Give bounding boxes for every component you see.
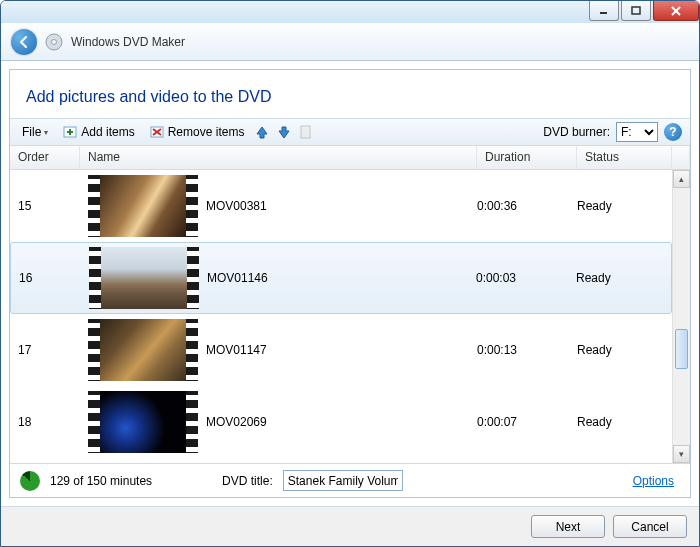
add-items-label: Add items <box>81 125 134 139</box>
window-titlebar <box>1 1 699 23</box>
page-heading: Add pictures and video to the DVD <box>10 70 690 118</box>
scroll-down-button[interactable]: ▾ <box>673 445 690 463</box>
add-icon <box>62 124 78 140</box>
remove-icon <box>149 124 165 140</box>
header-name[interactable]: Name <box>80 146 477 169</box>
cancel-button[interactable]: Cancel <box>613 515 687 538</box>
header-order[interactable]: Order <box>10 146 80 169</box>
list-header: Order Name Duration Status <box>10 146 690 170</box>
header-duration[interactable]: Duration <box>477 146 577 169</box>
burner-select[interactable]: F: <box>616 122 658 142</box>
svg-point-5 <box>52 39 57 44</box>
maximize-button[interactable] <box>621 1 651 21</box>
svg-rect-1 <box>632 7 640 14</box>
item-status: Ready <box>576 271 671 285</box>
file-menu-label: File <box>22 125 41 139</box>
item-duration: 0:00:03 <box>476 271 576 285</box>
next-button[interactable]: Next <box>531 515 605 538</box>
item-duration: 0:00:07 <box>477 415 577 429</box>
move-down-button[interactable] <box>276 124 292 140</box>
item-thumbnail <box>88 319 198 381</box>
list-item[interactable]: 15MOV003810:00:36Ready <box>10 170 672 242</box>
dvd-title-label: DVD title: <box>222 474 273 488</box>
properties-button[interactable] <box>298 124 314 140</box>
item-thumbnail <box>88 391 198 453</box>
scroll-track[interactable] <box>673 188 690 445</box>
list-item[interactable]: 16MOV011460:00:03Ready <box>10 242 672 314</box>
move-up-button[interactable] <box>254 124 270 140</box>
item-order: 15 <box>10 199 80 213</box>
header-scroll-spacer <box>672 146 690 169</box>
file-menu[interactable]: File ▾ <box>18 123 52 141</box>
dvd-title-input[interactable] <box>283 470 403 491</box>
list-item[interactable]: 17MOV011470:00:13Ready <box>10 314 672 386</box>
item-status: Ready <box>577 199 672 213</box>
app-title: Windows DVD Maker <box>71 35 185 49</box>
item-thumbnail <box>88 175 198 237</box>
item-order: 16 <box>11 271 81 285</box>
help-button[interactable]: ? <box>664 123 682 141</box>
content-pane: Add pictures and video to the DVD File ▾… <box>9 69 691 498</box>
item-name: MOV01146 <box>207 271 476 285</box>
svg-rect-12 <box>301 126 310 138</box>
options-link[interactable]: Options <box>633 474 680 488</box>
scroll-up-button[interactable]: ▴ <box>673 170 690 188</box>
minimize-button[interactable] <box>589 1 619 21</box>
burner-label: DVD burner: <box>543 125 610 139</box>
header-status[interactable]: Status <box>577 146 672 169</box>
item-name: MOV02069 <box>206 415 477 429</box>
remove-items-button[interactable]: Remove items <box>145 122 249 142</box>
item-name: MOV01147 <box>206 343 477 357</box>
item-thumbnail <box>89 247 199 309</box>
item-list: 15MOV003810:00:36Ready16MOV011460:00:03R… <box>10 170 690 463</box>
nav-bar: Windows DVD Maker <box>1 23 699 61</box>
dvd-maker-window: Windows DVD Maker Add pictures and video… <box>0 0 700 547</box>
item-status: Ready <box>577 343 672 357</box>
list-item[interactable]: 18MOV020690:00:07Ready <box>10 386 672 458</box>
item-name: MOV00381 <box>206 199 477 213</box>
footer-bar: 129 of 150 minutes DVD title: Options <box>10 463 690 497</box>
scroll-thumb[interactable] <box>675 329 688 369</box>
chevron-down-icon: ▾ <box>44 128 48 137</box>
item-order: 18 <box>10 415 80 429</box>
disc-usage-text: 129 of 150 minutes <box>50 474 152 488</box>
close-button[interactable] <box>653 1 699 21</box>
add-items-button[interactable]: Add items <box>58 122 138 142</box>
vertical-scrollbar[interactable]: ▴ ▾ <box>672 170 690 463</box>
item-duration: 0:00:36 <box>477 199 577 213</box>
remove-items-label: Remove items <box>168 125 245 139</box>
disc-usage-icon <box>20 471 40 491</box>
toolbar: File ▾ Add items Remove items <box>10 118 690 146</box>
app-icon <box>45 33 63 51</box>
item-duration: 0:00:13 <box>477 343 577 357</box>
item-order: 17 <box>10 343 80 357</box>
back-button[interactable] <box>11 29 37 55</box>
item-status: Ready <box>577 415 672 429</box>
button-bar: Next Cancel <box>1 506 699 546</box>
